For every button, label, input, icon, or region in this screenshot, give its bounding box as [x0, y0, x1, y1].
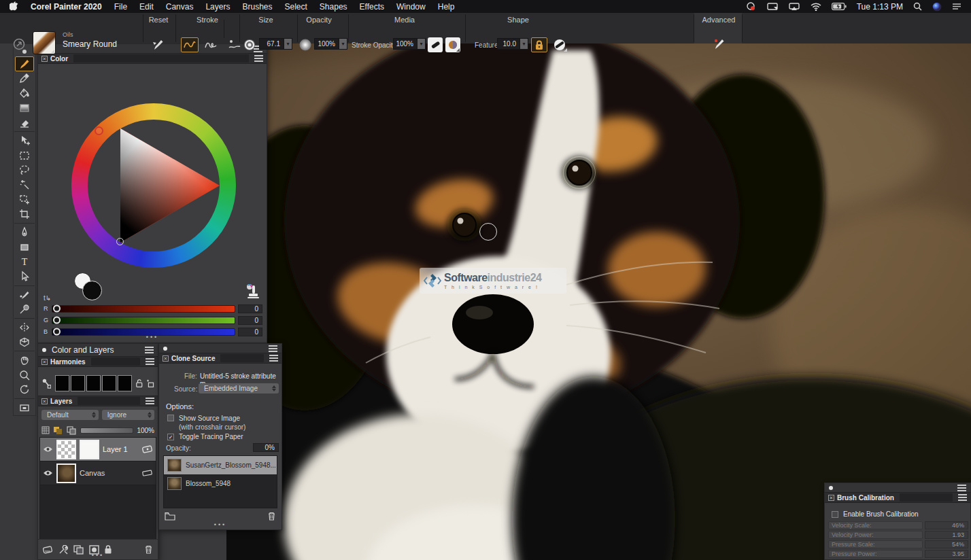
layers-tab[interactable]: ✕ Layers: [38, 396, 158, 406]
spotlight-search-icon[interactable]: [913, 2, 922, 11]
tool-gradient[interactable]: [15, 101, 34, 116]
visibility-eye-icon[interactable]: [43, 446, 53, 453]
velocity-power-slider[interactable]: Velocity Power:: [828, 531, 923, 539]
tool-cloner[interactable]: [15, 287, 34, 302]
tool-dropper[interactable]: [15, 71, 34, 86]
menu-canvas[interactable]: Canvas: [166, 2, 194, 12]
velocity-scale-value[interactable]: 46%: [925, 521, 968, 529]
siri-icon[interactable]: [932, 2, 942, 12]
clone-color-icon[interactable]: [245, 283, 260, 302]
layer-thumbnail[interactable]: [56, 440, 76, 459]
screen-record-icon[interactable]: [745, 2, 757, 11]
tool-transform[interactable]: [15, 192, 34, 207]
render-dab-media-button[interactable]: [428, 37, 443, 52]
brush-calibration-titlebar[interactable]: [825, 483, 970, 492]
depth-mode-select[interactable]: Ignore: [102, 410, 154, 420]
clone-source-titlebar[interactable]: [159, 344, 282, 353]
harmonies-options-icon[interactable]: [146, 358, 154, 365]
tool-magic-wand[interactable]: [15, 177, 34, 192]
apple-menu-icon[interactable]: [10, 1, 18, 12]
panel-menu-icon[interactable]: [269, 345, 277, 352]
menu-layers[interactable]: Layers: [205, 2, 230, 12]
straight-line-stroke-button[interactable]: [202, 37, 220, 52]
tool-navigator[interactable]: [15, 400, 34, 415]
layer-opacity-value[interactable]: 100%: [137, 427, 154, 434]
tracing-paper-checkbox[interactable]: ✓: [167, 434, 174, 440]
layer-opacity-slider[interactable]: [80, 427, 133, 434]
tool-paint-bucket[interactable]: [15, 86, 34, 101]
unlock-icon[interactable]: [135, 378, 143, 389]
source-select[interactable]: Embedded Image: [199, 383, 279, 393]
main-color-swatch[interactable]: [82, 281, 102, 300]
new-layer-icon[interactable]: [43, 545, 54, 555]
display-mirror-icon[interactable]: [767, 3, 779, 11]
tool-clone-source[interactable]: [15, 302, 34, 317]
tool-rotate-page[interactable]: [15, 383, 34, 398]
open-source-folder-icon[interactable]: [165, 512, 175, 521]
panel-menu-icon[interactable]: [957, 485, 966, 491]
delete-source-icon[interactable]: [267, 511, 276, 521]
layer-name[interactable]: Canvas: [80, 469, 105, 477]
menu-bar-clock[interactable]: Tue 1:13 PM: [857, 2, 903, 12]
velocity-power-value[interactable]: 1.93: [925, 531, 968, 539]
enable-calibration-checkbox[interactable]: [832, 511, 838, 518]
tool-rect-selection[interactable]: [15, 148, 34, 163]
layers-options-icon[interactable]: [146, 398, 154, 404]
green-slider[interactable]: [52, 317, 235, 324]
tool-magnifier[interactable]: [15, 368, 34, 383]
panel-menu-icon[interactable]: [145, 347, 154, 353]
brush-variant-label[interactable]: Smeary Round: [63, 39, 117, 49]
brush-ghost-toggle-icon[interactable]: [12, 37, 26, 51]
tool-lasso[interactable]: [15, 163, 34, 178]
green-value[interactable]: 0: [238, 316, 262, 325]
tool-layer-adjuster[interactable]: [15, 133, 34, 148]
add-swatch-icon[interactable]: [146, 379, 154, 389]
notification-center-icon[interactable]: [952, 3, 961, 10]
panel-resize-dots[interactable]: •••: [146, 334, 158, 340]
stroke-jitter-button[interactable]: [551, 37, 568, 52]
dock-dot[interactable]: [829, 486, 833, 490]
tool-text[interactable]: T: [15, 254, 34, 269]
swap-colors-icon[interactable]: t↳: [44, 294, 51, 302]
pressure-power-value[interactable]: 3.95: [925, 550, 968, 558]
pressure-scale-value[interactable]: 54%: [925, 540, 968, 548]
harmonies-tab[interactable]: ✕ Harmonies: [38, 356, 158, 367]
feature-field[interactable]: 10.0▾: [497, 38, 528, 50]
harmony-link-icon[interactable]: [41, 377, 51, 389]
canvas-thumbnail[interactable]: [56, 463, 76, 483]
advanced-brush-settings-button[interactable]: [711, 37, 726, 51]
color-tab[interactable]: ✕ Color: [38, 53, 267, 64]
tool-mirror-painting[interactable]: [15, 320, 34, 335]
red-value[interactable]: 0: [238, 304, 262, 313]
menu-edit[interactable]: Edit: [139, 2, 154, 12]
lock-feature-button[interactable]: [531, 37, 547, 52]
show-source-option[interactable]: Show Source Image(with crosshair cursor): [167, 415, 245, 432]
close-tab-icon[interactable]: ✕: [41, 56, 48, 62]
reset-brush-button[interactable]: [150, 38, 165, 52]
pressure-scale-slider[interactable]: Pressure Scale:: [828, 540, 923, 548]
sv-marker[interactable]: [116, 238, 124, 245]
dock-dot[interactable]: [42, 348, 46, 352]
tool-crop[interactable]: [15, 207, 34, 222]
tool-pen[interactable]: [15, 225, 34, 240]
menu-effects[interactable]: Effects: [360, 2, 384, 12]
tool-perspective-guides[interactable]: [15, 335, 34, 350]
clone-opacity-value[interactable]: 0%: [253, 443, 279, 452]
layer-row-canvas[interactable]: Canvas: [40, 461, 156, 485]
tool-shape-selection[interactable]: [15, 269, 34, 284]
delete-layer-icon[interactable]: [144, 544, 153, 555]
group-layers-icon[interactable]: [73, 545, 84, 555]
blend-mode-select[interactable]: Default: [41, 410, 99, 420]
clone-source-options-icon[interactable]: [269, 355, 278, 362]
brush-calibration-tab[interactable]: ✕ Brush Calibration: [825, 492, 970, 503]
size-field[interactable]: 67.1▾: [259, 38, 292, 50]
pickup-underlying-icon[interactable]: [53, 426, 63, 435]
red-slider[interactable]: [52, 305, 235, 313]
velocity-scale-slider[interactable]: Velocity Scale:: [828, 521, 923, 529]
visibility-eye-icon[interactable]: [43, 470, 53, 476]
dynamic-plugins-icon[interactable]: [58, 545, 69, 555]
layer-row-layer1[interactable]: Layer 1: [40, 438, 156, 461]
brush-selector-thumbnail[interactable]: [33, 31, 56, 54]
app-menu-title[interactable]: Corel Painter 2020: [31, 2, 102, 12]
color-media-button[interactable]: [445, 37, 460, 52]
